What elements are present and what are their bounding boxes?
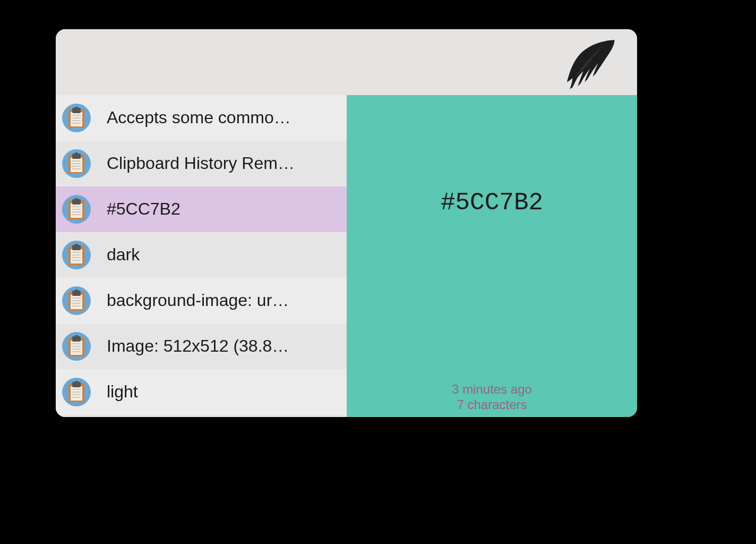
list-item-label: #5CC7B2 [107,199,340,219]
clipboard-icon [62,286,91,315]
list-item[interactable]: Clipboard History Rem… [56,141,347,186]
list-item[interactable]: light [56,369,347,415]
svg-rect-38 [71,295,82,309]
feather-icon [557,35,625,103]
list-item[interactable]: Image: 512x512 (38.8… [56,324,347,369]
preview-timestamp: 3 minutes ago [347,382,637,397]
clipboard-icon [62,104,91,132]
preview-charcount: 7 characters [347,397,637,413]
list-item-label: Clipboard History Rem… [107,154,340,173]
list-item-label: dark [107,245,340,265]
svg-rect-56 [71,386,82,401]
window-header [56,29,637,95]
clipboard-list[interactable]: Accepts some commo… Clipboard History Re… [56,95,347,417]
list-item[interactable]: Accepts some commo… [56,95,347,141]
svg-rect-20 [71,203,82,218]
list-item[interactable]: #5CC7B2 [56,186,347,232]
svg-rect-47 [71,341,82,355]
svg-rect-4 [75,107,78,109]
svg-rect-29 [71,249,82,264]
svg-rect-31 [75,244,78,246]
clipboard-icon [62,332,91,361]
list-item-label: Image: 512x512 (38.8… [107,336,340,356]
preview-meta: 3 minutes ago 7 characters [347,382,637,413]
clipboard-icon [62,241,91,269]
list-item[interactable]: background-image: ur… [56,278,347,324]
preview-panel: #5CC7B2 3 minutes ago 7 characters [347,95,637,417]
list-item[interactable]: dark [56,232,347,278]
list-item-label: Accepts some commo… [107,108,340,128]
svg-rect-58 [75,381,78,383]
svg-rect-2 [71,112,82,126]
preview-text: #5CC7B2 [441,189,543,217]
svg-rect-22 [75,198,78,200]
svg-rect-13 [75,152,78,155]
clipboard-window: Accepts some commo… Clipboard History Re… [56,29,637,417]
list-item-label: light [107,382,340,402]
svg-rect-11 [71,158,82,172]
svg-rect-40 [75,290,78,292]
list-item-label: background-image: ur… [107,291,340,310]
preview-content: #5CC7B2 [347,95,637,417]
window-body: Accepts some commo… Clipboard History Re… [56,95,637,417]
svg-rect-49 [75,335,78,337]
clipboard-icon [62,378,91,406]
clipboard-icon [62,195,91,224]
clipboard-icon [62,149,91,178]
